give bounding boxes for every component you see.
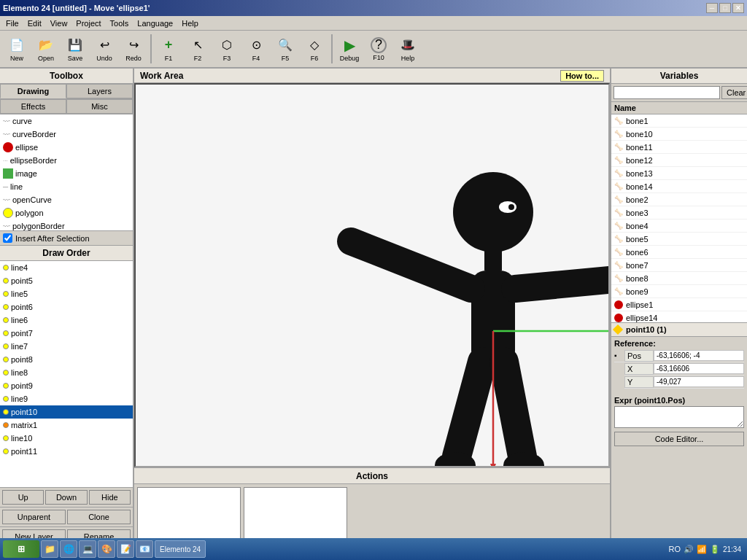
order-item-line4[interactable]: line4 bbox=[0, 261, 133, 274]
list-item-ellipse[interactable]: ellipse bbox=[0, 141, 133, 154]
up-button[interactable]: Up bbox=[2, 490, 44, 505]
menu-help[interactable]: Help bbox=[177, 18, 203, 29]
redo-button[interactable]: ↪ Redo bbox=[120, 32, 147, 66]
taskbar-icon-5[interactable]: 📝 bbox=[117, 540, 134, 558]
bone-icon: 🦴 bbox=[614, 209, 623, 217]
help-button[interactable]: 🎩 Help bbox=[394, 32, 422, 66]
undo-button[interactable]: ↩ Undo bbox=[90, 32, 118, 66]
order-item-line9[interactable]: line9 bbox=[0, 392, 133, 405]
list-item-curve[interactable]: 〰 curve bbox=[0, 114, 133, 128]
menu-tools[interactable]: Tools bbox=[106, 18, 133, 29]
var-item-bone6[interactable]: 🦴 bone6 bbox=[611, 246, 747, 259]
maximize-button[interactable]: □ bbox=[719, 3, 731, 13]
minimize-button[interactable]: ─ bbox=[706, 3, 718, 13]
f5-button[interactable]: 🔍 F5 bbox=[271, 32, 299, 66]
order-item-point9[interactable]: point9 bbox=[0, 379, 133, 392]
taskbar: ⊞ 📁 🌐 💻 🎨 📝 📧 Elemento 24 RO 🔊 📶 🔋 21:34 bbox=[0, 538, 747, 560]
insert-after-checkbox[interactable] bbox=[3, 233, 12, 243]
taskbar-icon-1[interactable]: 📁 bbox=[41, 540, 58, 558]
svg-point-13 bbox=[453, 172, 533, 252]
f6-icon: ◇ bbox=[306, 36, 323, 54]
open-button[interactable]: 📂 Open bbox=[32, 32, 60, 66]
close-button[interactable]: ✕ bbox=[732, 3, 744, 13]
list-item-openCurve[interactable]: 〰 openCurve bbox=[0, 193, 133, 206]
f10-button[interactable]: ? F10 bbox=[365, 32, 392, 66]
order-item-point6[interactable]: point6 bbox=[0, 300, 133, 314]
menu-file[interactable]: File bbox=[1, 18, 23, 29]
list-item-ellipseBorder[interactable]: ··· ellipseBorder bbox=[0, 154, 133, 167]
clone-button[interactable]: Clone bbox=[67, 510, 131, 524]
dot bbox=[3, 304, 9, 310]
var-item-bone14[interactable]: 🦴 bone14 bbox=[611, 180, 747, 193]
menu-project[interactable]: Project bbox=[71, 18, 105, 29]
start-button[interactable]: ⊞ bbox=[3, 540, 39, 558]
var-item-bone11[interactable]: 🦴 bone11 bbox=[611, 141, 747, 154]
dot bbox=[3, 265, 9, 271]
canvas-area[interactable]: X Y bbox=[134, 83, 610, 467]
how-to-button[interactable]: How to... bbox=[560, 70, 604, 82]
taskbar-icon-4[interactable]: 🎨 bbox=[98, 540, 115, 558]
order-item-point5[interactable]: point5 bbox=[0, 274, 133, 287]
taskbar-icon-6[interactable]: 📧 bbox=[136, 540, 153, 558]
hide-button[interactable]: Hide bbox=[89, 490, 131, 505]
order-item-line8[interactable]: line8 bbox=[0, 366, 133, 379]
f1-button[interactable]: + F1 bbox=[155, 32, 182, 66]
order-item-matrix1[interactable]: matrix1 bbox=[0, 419, 133, 432]
menu-edit[interactable]: Edit bbox=[23, 18, 46, 29]
list-item-line[interactable]: ─ line bbox=[0, 180, 133, 193]
tab-misc[interactable]: Misc bbox=[66, 99, 133, 114]
variables-header: Variables bbox=[611, 69, 747, 84]
f1-icon: + bbox=[160, 36, 177, 54]
list-item-image[interactable]: image bbox=[0, 167, 133, 180]
order-item-line7[interactable]: line7 bbox=[0, 340, 133, 353]
order-item-point11[interactable]: point11 bbox=[0, 445, 133, 458]
expr-input[interactable] bbox=[614, 406, 744, 428]
var-item-bone4[interactable]: 🦴 bone4 bbox=[611, 219, 747, 233]
var-item-bone1[interactable]: 🦴 bone1 bbox=[611, 114, 747, 128]
taskbar-app-elemento[interactable]: Elemento 24 bbox=[155, 540, 206, 558]
item-label: point10 bbox=[11, 408, 37, 416]
f4-button[interactable]: ⊙ F4 bbox=[242, 32, 270, 66]
var-item-ellipse1[interactable]: ellipse1 bbox=[611, 298, 747, 311]
taskbar-icon-3[interactable]: 💻 bbox=[79, 540, 96, 558]
order-item-point10[interactable]: point10 bbox=[0, 405, 133, 419]
order-item-line10[interactable]: line10 bbox=[0, 432, 133, 445]
var-item-bone12[interactable]: 🦴 bone12 bbox=[611, 154, 747, 167]
toolbar-separator-2 bbox=[331, 34, 333, 63]
var-item-bone10[interactable]: 🦴 bone10 bbox=[611, 128, 747, 141]
order-item-point8[interactable]: point8 bbox=[0, 353, 133, 366]
var-item-bone7[interactable]: 🦴 bone7 bbox=[611, 259, 747, 272]
taskbar-icon-2[interactable]: 🌐 bbox=[60, 540, 77, 558]
unparent-button[interactable]: Unparent bbox=[2, 510, 66, 524]
var-item-bone9[interactable]: 🦴 bone9 bbox=[611, 285, 747, 298]
tab-drawing[interactable]: Drawing bbox=[0, 84, 66, 98]
expand-icon[interactable]: ▪ bbox=[614, 351, 623, 359]
f2-button[interactable]: ↖ F2 bbox=[184, 32, 212, 66]
variables-search[interactable] bbox=[614, 86, 720, 99]
list-item-polygonBorder[interactable]: 〰 polygonBorder bbox=[0, 219, 133, 231]
clear-button[interactable]: Clear bbox=[721, 86, 747, 99]
var-item-bone5[interactable]: 🦴 bone5 bbox=[611, 233, 747, 246]
var-item-ellipse14[interactable]: ellipse14 bbox=[611, 311, 747, 322]
tab-layers[interactable]: Layers bbox=[66, 84, 133, 98]
order-item-point7[interactable]: point7 bbox=[0, 327, 133, 340]
f3-button[interactable]: ⬡ F3 bbox=[213, 32, 241, 66]
var-item-bone8[interactable]: 🦴 bone8 bbox=[611, 272, 747, 285]
tab-effects[interactable]: Effects bbox=[0, 99, 66, 114]
f6-button[interactable]: ◇ F6 bbox=[301, 32, 328, 66]
help-icon: 🎩 bbox=[399, 36, 417, 54]
menu-language[interactable]: Language bbox=[133, 18, 177, 29]
down-button[interactable]: Down bbox=[45, 490, 87, 505]
var-item-bone13[interactable]: 🦴 bone13 bbox=[611, 167, 747, 180]
new-button[interactable]: 📄 New bbox=[3, 32, 31, 66]
var-item-bone2[interactable]: 🦴 bone2 bbox=[611, 193, 747, 206]
var-item-bone3[interactable]: 🦴 bone3 bbox=[611, 206, 747, 219]
save-button[interactable]: 💾 Save bbox=[61, 32, 89, 66]
menu-view[interactable]: View bbox=[46, 18, 72, 29]
list-item-polygon[interactable]: polygon bbox=[0, 206, 133, 219]
list-item-curveBorder[interactable]: 〰 curveBorder bbox=[0, 128, 133, 141]
code-editor-button[interactable]: Code Editor... bbox=[614, 432, 744, 446]
order-item-line6[interactable]: line6 bbox=[0, 314, 133, 327]
order-item-line5[interactable]: line5 bbox=[0, 287, 133, 300]
debug-button[interactable]: ▶ Debug bbox=[336, 32, 363, 66]
